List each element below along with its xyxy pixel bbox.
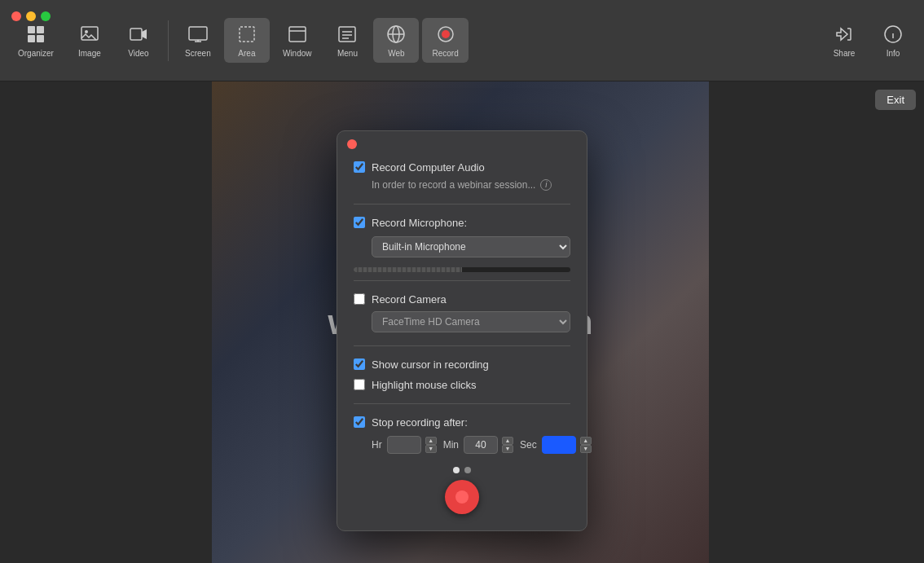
record-dialog: Record Computer Audio In order to record… (337, 130, 587, 531)
record-circle-inner (455, 490, 469, 504)
highlight-clicks-checkbox[interactable] (354, 379, 365, 390)
share-icon (833, 23, 856, 46)
webinar-info-text: In order to record a webinar session... (372, 179, 535, 191)
web-icon (385, 23, 407, 46)
traffic-lights (11, 11, 51, 21)
hr-down-button[interactable]: ▼ (425, 445, 437, 453)
svg-rect-6 (130, 29, 142, 40)
svg-point-5 (85, 30, 88, 33)
record-start-button[interactable] (445, 480, 479, 514)
titlebar: Organizer Image Video Screen (0, 0, 924, 81)
hr-input[interactable] (387, 436, 421, 454)
stop-recording-row: Stop recording after: (354, 412, 570, 433)
divider-1 (354, 204, 570, 205)
minimize-button[interactable] (26, 11, 36, 21)
maximize-button[interactable] (41, 11, 51, 21)
svg-rect-1 (37, 26, 44, 33)
toolbar-item-screen[interactable]: Screen (175, 18, 221, 63)
stop-recording-checkbox[interactable] (354, 416, 365, 428)
screen-icon (187, 23, 209, 46)
min-label: Min (443, 439, 459, 451)
record-button-container (337, 480, 587, 514)
record-mic-row: Record Microphone: (354, 213, 570, 233)
show-cursor-checkbox[interactable] (354, 358, 365, 370)
min-stepper: ▲ ▼ (502, 437, 513, 453)
min-up-button[interactable]: ▲ (502, 437, 513, 445)
area-label: Area (238, 49, 255, 58)
svg-rect-3 (37, 35, 44, 42)
hr-label: Hr (372, 439, 382, 451)
svg-rect-4 (81, 27, 98, 40)
record-label: Record (432, 49, 458, 58)
min-down-button[interactable]: ▼ (502, 445, 513, 453)
stop-recording-label: Stop recording after: (372, 416, 468, 429)
close-button[interactable] (11, 11, 21, 21)
microphone-select[interactable]: Built-in Microphone (372, 236, 570, 257)
svg-rect-11 (240, 27, 254, 42)
sec-stepper: ▲ ▼ (580, 437, 592, 453)
image-icon (78, 23, 101, 46)
video-label: Video (128, 49, 148, 58)
record-audio-checkbox[interactable] (354, 161, 365, 173)
record-camera-checkbox[interactable] (354, 293, 365, 305)
dialog-overlay: Record Computer Audio In order to record… (0, 81, 924, 563)
time-row: Hr ▲ ▼ Min ▲ ▼ Sec ▲ (354, 433, 570, 457)
toolbar-item-record[interactable]: Record (422, 18, 468, 63)
divider-4 (354, 403, 570, 404)
area-icon (235, 23, 258, 46)
toolbar-item-web[interactable]: Web (373, 18, 419, 63)
svg-rect-0 (28, 26, 35, 33)
share-label: Share (834, 49, 856, 58)
sec-input[interactable] (542, 436, 576, 454)
record-audio-row: Record Computer Audio (354, 157, 570, 178)
hr-up-button[interactable]: ▲ (425, 437, 437, 445)
toolbar-item-menu[interactable]: Menu (324, 18, 370, 63)
svg-rect-12 (289, 27, 306, 42)
info-icon (882, 23, 904, 46)
camera-select[interactable]: FaceTime HD Camera (372, 311, 570, 332)
dialog-titlebar (337, 131, 587, 157)
hr-stepper: ▲ ▼ (425, 437, 437, 453)
record-mic-checkbox[interactable] (354, 217, 365, 228)
page-dots (337, 467, 587, 473)
main-content: www.MacW.com Exit Record Computer Audio … (0, 81, 924, 563)
highlight-clicks-label: Highlight mouse clicks (372, 379, 477, 391)
toolbar-item-window[interactable]: Window (273, 18, 322, 63)
menu-label: Menu (337, 49, 358, 58)
toolbar-item-image[interactable]: Image (67, 18, 112, 63)
page-dot-2[interactable] (464, 467, 471, 473)
record-camera-row: Record Camera (354, 289, 570, 310)
webinar-info-icon[interactable]: i (540, 179, 552, 191)
menu-icon (336, 23, 359, 46)
svg-rect-8 (189, 27, 207, 40)
web-label: Web (388, 49, 404, 58)
page-dot-1[interactable] (453, 467, 460, 473)
toolbar-item-share[interactable]: Share (821, 18, 867, 63)
toolbar-item-organizer[interactable]: Organizer (8, 18, 64, 63)
organizer-icon (24, 23, 47, 46)
sec-up-button[interactable]: ▲ (580, 437, 592, 445)
dialog-content: Record Computer Audio In order to record… (337, 157, 587, 457)
camera-dropdown-row: FaceTime HD Camera (354, 310, 570, 337)
toolbar-item-area[interactable]: Area (224, 18, 270, 63)
min-input[interactable] (464, 436, 498, 454)
highlight-clicks-row: Highlight mouse clicks (354, 375, 570, 395)
window-label: Window (283, 49, 312, 58)
svg-rect-14 (339, 27, 355, 42)
divider-2 (354, 280, 570, 281)
image-label: Image (78, 49, 101, 58)
separator-1 (168, 20, 169, 61)
toolbar-item-info[interactable]: Info (870, 18, 916, 63)
sec-down-button[interactable]: ▼ (580, 445, 592, 453)
webinar-info-row: In order to record a webinar session... … (354, 178, 570, 196)
dialog-close-button[interactable] (347, 139, 357, 149)
toolbar: Organizer Image Video Screen (8, 0, 916, 81)
toolbar-item-video[interactable]: Video (116, 18, 161, 63)
svg-rect-2 (28, 35, 35, 42)
record-icon (434, 23, 457, 46)
microphone-dropdown-row: Built-in Microphone (354, 233, 570, 264)
record-mic-label: Record Microphone: (372, 217, 467, 229)
svg-point-22 (442, 30, 450, 38)
screen-label: Screen (185, 49, 211, 58)
organizer-label: Organizer (18, 49, 54, 58)
